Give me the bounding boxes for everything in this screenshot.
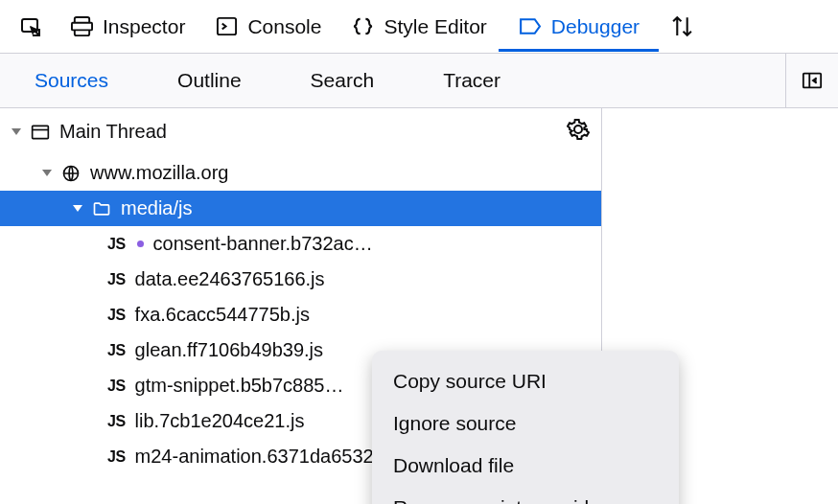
tree-file-row[interactable]: JS fxa.6cacc544775b.js [0, 297, 601, 332]
tool-label: Console [247, 15, 321, 38]
thread-label: Main Thread [59, 121, 167, 143]
network-icon [670, 14, 694, 38]
tree-domain-row[interactable]: www.mozilla.org [0, 155, 601, 191]
ctx-remove-script-override[interactable]: Remove script override [372, 487, 679, 504]
file-label: data.ee2463765166.js [135, 268, 325, 290]
element-picker-icon [19, 15, 42, 38]
file-label: gtm-snippet.b5b7c885… [135, 375, 344, 397]
modified-dot-icon [137, 241, 144, 247]
toggle-sidebar-button[interactable] [785, 54, 838, 107]
js-icon: JS [107, 307, 126, 324]
inspector-icon [71, 15, 93, 37]
sidebar-toggle-icon [802, 70, 823, 91]
subtab-outline[interactable]: Outline [143, 54, 276, 107]
file-label: fxa.6cacc544775b.js [135, 304, 310, 326]
js-icon: JS [107, 378, 126, 395]
subtab-search[interactable]: Search [276, 54, 409, 107]
chevron-down-icon [12, 128, 21, 135]
ctx-copy-source-uri[interactable]: Copy source URI [372, 360, 679, 402]
subtab-list: Sources Outline Search Tracer [0, 54, 535, 107]
tree-file-row[interactable]: JS data.ee2463765166.js [0, 262, 601, 297]
debugger-icon [518, 14, 542, 38]
context-menu: Copy source URI Ignore source Download f… [372, 351, 679, 504]
globe-icon [61, 164, 81, 183]
tool-debugger[interactable]: Debugger [504, 9, 653, 44]
domain-label: www.mozilla.org [90, 162, 228, 184]
ctx-ignore-source[interactable]: Ignore source [372, 402, 679, 445]
devtools-toolbar: Inspector Console Style Editor Debugger [0, 0, 838, 54]
tool-console[interactable]: Console [202, 10, 335, 44]
thread-header[interactable]: Main Thread [0, 108, 601, 155]
ctx-download-file[interactable]: Download file [372, 445, 679, 487]
svg-rect-6 [33, 126, 49, 138]
js-icon: JS [107, 413, 126, 430]
svg-rect-2 [72, 23, 92, 31]
file-label: consent-banner.b732ac… [153, 233, 373, 255]
folder-icon [92, 199, 111, 218]
js-icon: JS [107, 448, 126, 466]
subtab-tracer[interactable]: Tracer [408, 54, 535, 107]
js-icon: JS [107, 236, 126, 253]
spacer [535, 54, 785, 107]
tool-network[interactable] [657, 9, 708, 44]
file-label: lib.7cb1e204ce21.js [135, 410, 305, 432]
debugger-panes: Main Thread www.mozilla.org [0, 108, 838, 504]
js-icon: JS [107, 342, 126, 359]
tool-label: Style Editor [384, 15, 486, 38]
sources-panel: Main Thread www.mozilla.org [0, 108, 602, 504]
window-icon [31, 123, 50, 142]
debugger-subtabs: Sources Outline Search Tracer [0, 54, 838, 108]
gear-icon [567, 118, 590, 141]
devtools-root: Inspector Console Style Editor Debugger [0, 0, 838, 504]
tool-label: Debugger [551, 15, 640, 38]
file-label: glean.ff7106b49b39.js [135, 339, 323, 361]
chevron-down-icon [73, 205, 82, 212]
style-editor-icon [352, 15, 374, 37]
tree-folder-row[interactable]: media/js [0, 191, 601, 226]
chevron-down-icon [42, 170, 52, 176]
tool-style-editor[interactable]: Style Editor [338, 10, 500, 44]
js-icon: JS [107, 271, 126, 288]
element-picker-button[interactable] [8, 10, 54, 44]
subtab-sources[interactable]: Sources [0, 54, 143, 107]
tool-inspector[interactable]: Inspector [58, 10, 198, 44]
console-icon [216, 15, 238, 37]
tree-file-row[interactable]: JS consent-banner.b732ac… [0, 226, 601, 262]
folder-label: media/js [121, 197, 192, 219]
settings-button[interactable] [567, 118, 590, 146]
tool-label: Inspector [103, 15, 185, 38]
